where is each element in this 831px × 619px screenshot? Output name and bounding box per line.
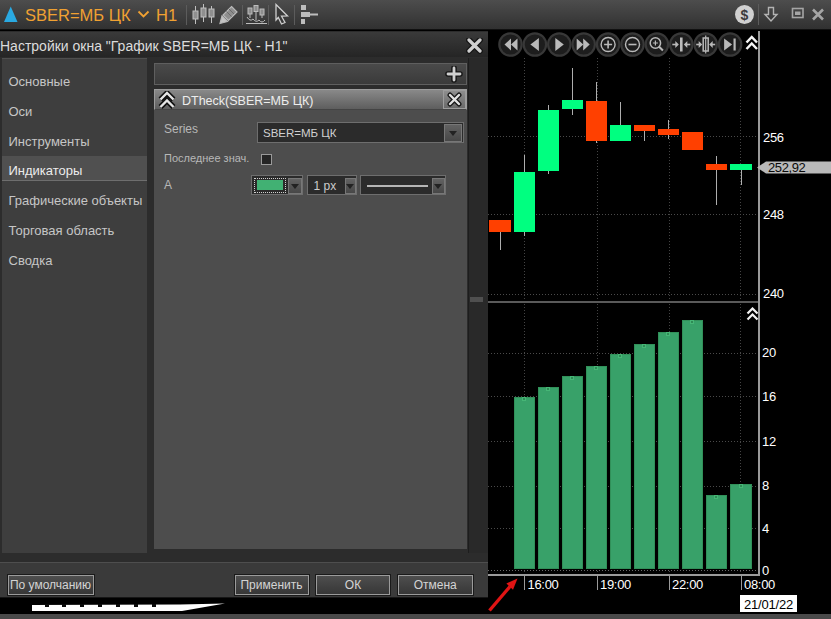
svg-text:252,92: 252,92: [768, 160, 806, 175]
svg-text:$: $: [741, 7, 749, 23]
